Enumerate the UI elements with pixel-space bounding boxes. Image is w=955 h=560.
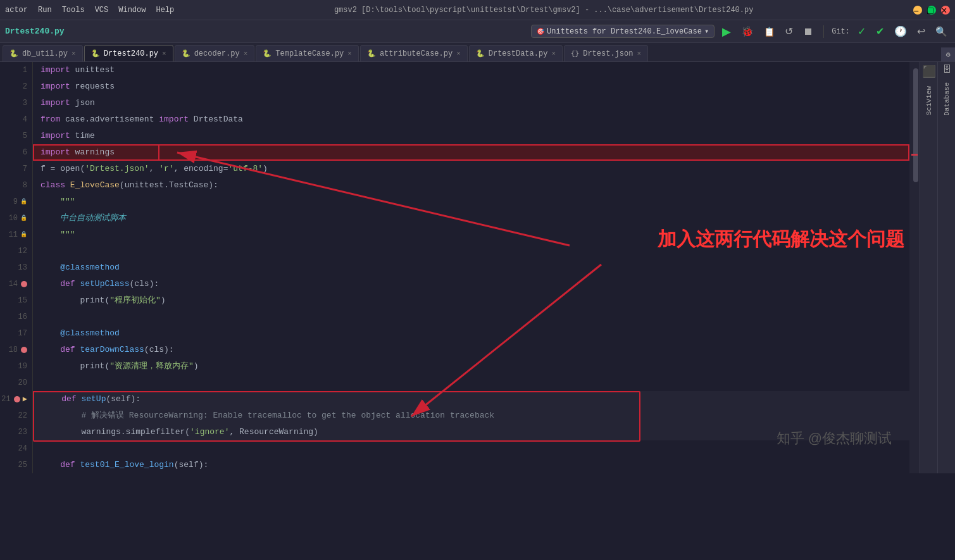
line-number-2: 2 [0, 78, 32, 95]
tab-drtest240[interactable]: 🐍 Drtest240.py × [84, 45, 173, 61]
line-number-13: 13 [0, 259, 32, 276]
code-line-15: print("程序初始化") [33, 292, 909, 309]
line-number-22: 22 [0, 408, 32, 424]
scrollbar-panel[interactable] [909, 62, 920, 473]
tab-close-decoder[interactable]: × [244, 50, 248, 58]
run-button[interactable]: ▶ [720, 23, 733, 40]
token-kw: def [60, 457, 75, 473]
line-number-8: 8 [0, 177, 32, 194]
tab-templatecase[interactable]: 🐍 TemplateCase.py × [256, 45, 359, 61]
menu-vcs[interactable]: VCS [95, 6, 109, 15]
tab-close-drtestjson[interactable]: × [637, 50, 641, 58]
menu-window[interactable]: Window [118, 6, 146, 15]
token-kw: import [41, 144, 70, 161]
debug-button[interactable]: 🐞 [739, 24, 756, 39]
line-number-24: 24 [0, 440, 32, 457]
code-editor[interactable]: import unittestimport requestsimport jso… [33, 62, 909, 473]
tab-attributecase[interactable]: 🐍 attributeCase.py × [360, 45, 468, 61]
tab-decoder[interactable]: 🐍 decoder.py × [175, 45, 255, 61]
database-label[interactable]: Database [943, 77, 951, 121]
tab-label-templatecase: TemplateCase.py [275, 49, 344, 58]
token-plain: , encoding= [174, 161, 228, 177]
code-line-12 [33, 243, 909, 259]
token-fn: setUp [81, 391, 106, 408]
token-deco: @classmethod [41, 325, 120, 342]
token-plain: (unittest.TestCase): [120, 177, 218, 194]
scroll-thumb[interactable] [913, 68, 918, 182]
token-italic: 中台自动测试脚本 [41, 210, 126, 227]
token-plain [65, 177, 70, 194]
minimize-button[interactable]: – [913, 6, 922, 15]
token-plain [75, 276, 80, 292]
tab-close-drtest240[interactable]: × [162, 50, 166, 58]
token-kw: import [41, 62, 70, 78]
code-line-16 [33, 309, 909, 325]
reload-button[interactable]: ↺ [782, 24, 796, 39]
gutter-num-2: 2 [23, 78, 27, 95]
sci-view-label[interactable]: SciView [925, 81, 933, 120]
token-kw: import [159, 111, 189, 128]
gutter-num-7: 7 [23, 161, 27, 177]
gutter-num-16: 16 [18, 309, 27, 325]
token-plain [75, 457, 80, 473]
token-kw: class [41, 177, 65, 194]
line-number-6: 6 [0, 144, 32, 161]
token-kw: from [41, 111, 60, 128]
token-fn: tearDownClass [80, 342, 144, 358]
line-number-9: 9🔒 [0, 194, 32, 210]
line-number-19: 19 [0, 358, 32, 375]
git-check-button[interactable]: ✓ [855, 24, 868, 39]
code-line-14: def setUpClass(cls): [33, 276, 909, 292]
token-plain: unittest [70, 62, 115, 78]
window-title: gmsv2 [D:\tools\tool\pyscript\unittestst… [174, 6, 913, 15]
tab-close-attributecase[interactable]: × [456, 50, 461, 58]
tab-close-db-util[interactable]: × [72, 50, 76, 58]
gutter-num-13: 13 [18, 259, 27, 276]
menu-actor[interactable]: actor [5, 6, 28, 15]
gutter-num-3: 3 [23, 95, 27, 111]
git-check2-button[interactable]: ✔ [873, 24, 887, 39]
token-plain: (self): [174, 457, 209, 473]
run-config-button[interactable]: 🎯 Unittests for Drtest240.E_loveCase ▾ [531, 25, 715, 38]
lock-icon-9: 🔒 [20, 194, 27, 210]
tab-drtestjson[interactable]: {} Drtest.json × [564, 45, 648, 61]
maximize-button[interactable]: □ [927, 6, 936, 15]
gutter-num-5: 5 [23, 128, 27, 144]
debug-arrow-21: ▶ [23, 391, 27, 408]
line-number-15: 15 [0, 292, 32, 309]
tabs-settings-button[interactable]: ⚙ [941, 47, 955, 61]
gutter-num-1: 1 [23, 62, 27, 78]
close-button[interactable]: × [941, 6, 950, 15]
gutter-num-25: 25 [18, 457, 27, 473]
line-number-14: 14 [0, 276, 32, 292]
sci-view-icon[interactable]: ⬛ [922, 65, 936, 78]
git-clock-button[interactable]: 🕐 [892, 24, 909, 39]
code-line-11: """ [33, 227, 909, 243]
gutter-num-10: 10 [9, 210, 18, 227]
tab-drtestdata[interactable]: 🐍 DrtestData.py × [469, 45, 563, 61]
token-plain: ) [161, 292, 166, 309]
tab-db-util[interactable]: 🐍 db_util.py × [3, 45, 83, 61]
code-line-1: import unittest [33, 62, 909, 78]
token-plain: print( [41, 292, 109, 309]
menu-run[interactable]: Run [38, 6, 52, 15]
menu-help[interactable]: Help [156, 6, 174, 15]
tab-close-templatecase[interactable]: × [347, 50, 352, 58]
line-number-7: 7 [0, 161, 32, 177]
line-number-12: 12 [0, 243, 32, 259]
coverage-button[interactable]: 📋 [761, 25, 777, 38]
tab-close-drtestdata[interactable]: × [551, 50, 556, 58]
database-icon[interactable]: 🗄 [942, 65, 951, 75]
stop-button[interactable]: ⏹ [801, 25, 816, 39]
git-undo-button[interactable]: ↩ [914, 24, 928, 39]
token-plain: json [70, 95, 95, 111]
database-toolbar: 🗄 Database [937, 62, 955, 473]
tab-icon-db-util: 🐍 [9, 49, 18, 58]
code-line-5: import time [33, 128, 909, 144]
tab-icon-drtestjson: {} [571, 50, 579, 58]
code-line-4: from case.advertisement import DrtestDat… [33, 111, 909, 128]
search-button[interactable]: 🔍 [933, 25, 950, 39]
menu-tools[interactable]: Tools [62, 6, 85, 15]
tabs-bar: 🐍 db_util.py × 🐍 Drtest240.py × 🐍 decode… [0, 43, 955, 62]
menu-bar[interactable]: actor Run Tools VCS Window Help [5, 6, 174, 15]
